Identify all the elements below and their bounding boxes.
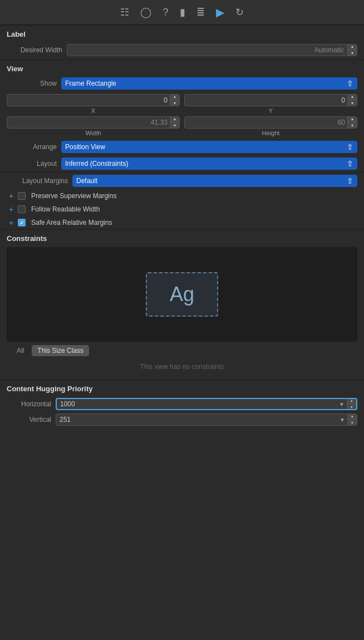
x-down[interactable]: ▾ <box>170 100 179 106</box>
layout-row: Layout Inferred (Constraints) ⇧ <box>0 155 364 172</box>
label-section-header: Label <box>0 26 364 41</box>
sliders-icon[interactable]: ≣ <box>196 6 205 18</box>
vertical-priority-control[interactable]: ▼ ▴ ▾ <box>56 413 357 426</box>
show-select[interactable]: Frame Rectangle <box>65 80 347 87</box>
height-up[interactable]: ▴ <box>348 116 357 122</box>
size-class-tabs: All This Size Class <box>7 342 357 360</box>
show-label: Show <box>7 80 57 87</box>
vertical-stepper[interactable]: ▴ ▾ <box>347 413 357 426</box>
vertical-priority-arrow: ▼ <box>337 417 347 423</box>
doc-icon[interactable]: ☷ <box>120 6 129 18</box>
x-input[interactable] <box>7 96 170 104</box>
vertical-priority-label: Vertical <box>7 416 51 424</box>
height-label: Height <box>184 129 357 136</box>
safe-area-plus-icon[interactable]: + <box>7 218 16 227</box>
safe-area-checkbox[interactable] <box>18 219 26 227</box>
desired-width-row: Desired Width ▴ ▾ <box>0 41 364 60</box>
height-down[interactable]: ▾ <box>348 122 357 129</box>
arrange-label: Arrange <box>7 143 57 151</box>
y-label: Y <box>184 106 357 116</box>
horizontal-priority-row: Horizontal ▼ ▴ ▾ <box>7 396 357 412</box>
horizontal-priority-label: Horizontal <box>7 400 51 408</box>
desired-width-label: Desired Width <box>7 46 62 54</box>
horizontal-priority-control[interactable]: ▼ ▴ ▾ <box>56 398 357 410</box>
y-stepper[interactable]: ▴ ▾ <box>347 94 357 106</box>
layout-select[interactable]: Inferred (Constraints) <box>65 160 347 168</box>
arrange-row: Arrange Position View ⇧ <box>0 139 364 155</box>
preserve-checkbox[interactable] <box>18 192 26 200</box>
preserve-plus-icon[interactable]: + <box>7 191 16 200</box>
layout-margins-label: Layout Margins <box>7 177 68 185</box>
tab-all[interactable]: All <box>13 346 27 356</box>
y-group: ▴ ▾ Y <box>184 94 357 116</box>
show-control: Frame Rectangle ⇧ <box>61 77 357 90</box>
wh-row: ▴ ▾ Width ▴ ▾ Height <box>0 116 364 139</box>
question-icon[interactable]: ? <box>163 7 168 18</box>
follow-checkbox-row: + Follow Readable Width <box>0 203 364 216</box>
horizontal-down[interactable]: ▾ <box>347 404 356 410</box>
layout-margins-select[interactable]: Default <box>76 177 347 185</box>
layout-dropdown-arrow: ⇧ <box>347 159 353 168</box>
constraints-section: Constraints Ag All This Size Class This … <box>0 230 364 380</box>
desired-width-input[interactable] <box>67 46 347 54</box>
horizontal-priority-arrow: ▼ <box>337 401 347 407</box>
height-stepper[interactable]: ▴ ▾ <box>347 116 357 129</box>
width-stepper[interactable]: ▴ ▾ <box>170 116 179 129</box>
show-dropdown-arrow: ⇧ <box>347 79 353 88</box>
layout-margins-dropdown[interactable]: Default ⇧ <box>72 175 357 187</box>
vertical-down[interactable]: ▾ <box>348 420 357 426</box>
xy-row: ▴ ▾ X ▴ ▾ Y <box>0 92 364 116</box>
preserve-label: Preserve Superview Margins <box>31 192 116 200</box>
ag-preview-box: Ag <box>146 272 218 317</box>
show-dropdown[interactable]: Frame Rectangle ⇧ <box>61 77 357 90</box>
show-row: Show Frame Rectangle ⇧ <box>0 75 364 92</box>
layout-margins-control: Default ⇧ <box>72 175 357 187</box>
no-constraints-text: This view has no constraints <box>7 360 357 375</box>
width-input-control[interactable]: ▴ ▾ <box>7 116 180 129</box>
x-up[interactable]: ▴ <box>170 94 179 100</box>
y-down[interactable]: ▾ <box>348 100 357 106</box>
desired-width-control[interactable]: ▴ ▾ <box>67 44 357 56</box>
horizontal-stepper[interactable]: ▴ ▾ <box>347 398 356 410</box>
preserve-checkbox-row: + Preserve Superview Margins <box>0 189 364 203</box>
desired-width-up[interactable]: ▴ <box>348 44 357 50</box>
arrange-control: Position View ⇧ <box>61 141 357 153</box>
constraints-title: Constraints <box>7 234 357 243</box>
x-input-control[interactable]: ▴ ▾ <box>7 94 180 106</box>
y-input-control[interactable]: ▴ ▾ <box>184 94 357 106</box>
width-up[interactable]: ▴ <box>170 116 179 122</box>
width-group: ▴ ▾ Width <box>7 116 180 136</box>
layout-control: Inferred (Constraints) ⇧ <box>61 157 357 170</box>
content-hugging-section: Content Hugging Priority Horizontal ▼ ▴ … <box>0 380 364 430</box>
height-group: ▴ ▾ Height <box>184 116 357 136</box>
safe-area-checkbox-row: + Safe Area Relative Margins <box>0 216 364 229</box>
y-up[interactable]: ▴ <box>348 94 357 100</box>
arrange-select[interactable]: Position View <box>65 143 347 151</box>
follow-plus-icon[interactable]: + <box>7 205 16 214</box>
horizontal-priority-input[interactable] <box>57 400 337 408</box>
height-input[interactable] <box>185 119 347 126</box>
y-input[interactable] <box>185 96 347 104</box>
width-down[interactable]: ▾ <box>170 122 179 129</box>
desired-width-stepper[interactable]: ▴ ▾ <box>347 44 357 56</box>
follow-checkbox[interactable] <box>18 205 26 213</box>
cursor-icon[interactable]: ▶ <box>216 6 224 19</box>
horizontal-up[interactable]: ▴ <box>347 398 356 404</box>
clock-icon[interactable]: ◯ <box>140 6 151 18</box>
height-input-control[interactable]: ▴ ▾ <box>184 116 357 129</box>
x-group: ▴ ▾ X <box>7 94 180 116</box>
layout-label: Layout <box>7 160 57 168</box>
layout-dropdown[interactable]: Inferred (Constraints) ⇧ <box>61 157 357 170</box>
desired-width-down[interactable]: ▾ <box>348 50 357 56</box>
content-hugging-title: Content Hugging Priority <box>7 385 357 393</box>
width-input[interactable] <box>7 119 170 126</box>
ag-text: Ag <box>170 283 194 306</box>
grid-icon[interactable]: ▮ <box>180 6 185 18</box>
vertical-up[interactable]: ▴ <box>348 413 357 420</box>
layout-margins-arrow: ⇧ <box>347 176 353 185</box>
x-stepper[interactable]: ▴ ▾ <box>170 94 179 106</box>
tab-this-size-class[interactable]: This Size Class <box>32 345 89 356</box>
refresh-icon[interactable]: ↻ <box>235 6 244 18</box>
arrange-dropdown[interactable]: Position View ⇧ <box>61 141 357 153</box>
vertical-priority-input[interactable] <box>56 416 337 424</box>
